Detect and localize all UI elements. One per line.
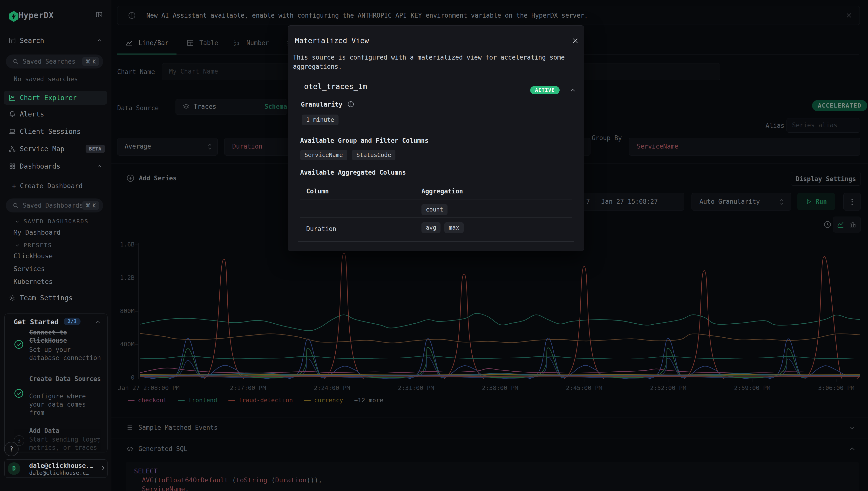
app-title: HyperDX (19, 10, 54, 20)
modal-bottom-divider (298, 241, 574, 242)
table-aggregation-header: Aggregation (421, 187, 463, 195)
saved-searches-placeholder: Saved Searches (23, 58, 76, 65)
task-desc: Set up your database connection (29, 346, 104, 362)
user-name: dale@clickhouse.… (29, 462, 93, 469)
sidebar-item-label: Chart Explorer (20, 94, 77, 102)
sidebar-item-label: Alerts (20, 110, 44, 118)
group-label: SAVED DASHBOARDS (24, 218, 89, 225)
info-icon (348, 101, 354, 108)
hyperdx-logo-icon (9, 11, 19, 22)
table-row: count (306, 204, 571, 222)
chevron-up-icon (95, 320, 100, 325)
laptop-icon (9, 128, 16, 135)
aggregation-chip: max (444, 222, 463, 233)
active-status-badge: ACTIVE (530, 86, 560, 94)
group-filter-chips: ServiceNameStatusCode (300, 150, 395, 161)
gear-icon (9, 294, 16, 301)
dashboard-item-services[interactable]: Services (13, 265, 45, 272)
chevron-up-icon (97, 164, 102, 169)
sidebar-section-search[interactable]: Search (0, 34, 111, 47)
chevron-down-icon (15, 219, 20, 224)
table-divider (300, 217, 572, 218)
sidebar-item-label: Client Sessions (20, 127, 81, 136)
aggregation-chip: count (421, 204, 448, 215)
sidebar-item-dashboards[interactable]: Dashboards (0, 160, 111, 173)
arrow-right-icon: → (96, 434, 100, 442)
aggregation-chip: avg (421, 222, 441, 233)
saved-dashboards-input[interactable]: Saved Dashboards ⌘ K (6, 199, 103, 212)
task-title: Connect to ClickHouse (29, 328, 104, 345)
materialized-view-modal: Materialized View This source is configu… (288, 25, 584, 251)
avatar: D (8, 462, 20, 475)
chevron-up-icon (97, 38, 102, 43)
chevron-up-icon[interactable] (570, 87, 576, 93)
group-label: PRESETS (24, 242, 52, 249)
search-icon (12, 58, 19, 65)
task-desc: Start sending logs, metrics, or traces (29, 435, 104, 452)
user-email: dale@clickhouse.c… (29, 470, 89, 476)
shortcut-badge: ⌘ K (82, 57, 99, 66)
modal-title: Materialized View (295, 36, 369, 45)
granularity-chip: 1 minute (302, 115, 338, 125)
hyperdx-app: HyperDX Search Saved Searches ⌘ K No sav… (0, 0, 868, 491)
table-column-header: Column (306, 187, 329, 195)
sidebar-item-label: Dashboards (20, 162, 61, 170)
sidebar-item-label: Service Map (20, 145, 64, 153)
question-mark-icon: ? (9, 445, 13, 453)
shortcut-badge: ⌘ K (82, 201, 99, 210)
search-icon (12, 202, 19, 209)
filter-column-chip: ServiceName (300, 150, 347, 161)
beta-badge: BETA (86, 145, 105, 153)
get-started-item-add-data[interactable]: 3 Add Data Start sending logs, metrics, … (5, 427, 107, 453)
sidebar-item-client-sessions[interactable]: Client Sessions (0, 125, 111, 138)
service-map-icon (9, 145, 16, 152)
saved-searches-input[interactable]: Saved Searches ⌘ K (6, 55, 103, 68)
search-section-icon (9, 37, 16, 44)
table-cell-aggregations: avgmax (421, 222, 463, 233)
sidebar: HyperDX Search Saved Searches ⌘ K No sav… (0, 0, 111, 491)
user-menu[interactable]: D dale@clickhouse.… dale@clickhouse.c… (4, 459, 108, 478)
granularity-label: Granularity (301, 101, 342, 108)
source-name: otel_traces_1m (304, 82, 367, 91)
dashboard-item-kubernetes[interactable]: Kubernetes (13, 278, 53, 285)
no-saved-searches-text: No saved searches (14, 76, 78, 83)
close-icon[interactable] (572, 37, 579, 45)
get-started-title: Get Started (14, 318, 58, 326)
modal-body-text: This source is configured with a materia… (293, 53, 577, 71)
task-desc: Configure where your data comes from (29, 392, 104, 417)
table-cell-aggregations: count (421, 204, 448, 215)
dashboard-item-clickhouse[interactable]: ClickHouse (13, 252, 53, 260)
sidebar-item-team-settings[interactable]: Team Settings (0, 291, 111, 305)
group-presets[interactable]: PRESETS (15, 242, 52, 249)
help-button[interactable]: ? (4, 442, 19, 456)
bell-icon (9, 111, 16, 118)
dashboards-icon (9, 163, 16, 170)
get-started-item-sources[interactable]: Create Data Sources Configure where your… (5, 375, 107, 418)
get-started-progress-badge: 2/3 (64, 318, 81, 325)
group-saved-dashboards[interactable]: SAVED DASHBOARDS (15, 218, 89, 225)
get-started-panel: Get Started 2/3 Connect to ClickHouse Se… (4, 314, 108, 453)
filter-column-chip: StatusCode (352, 150, 396, 161)
chevron-down-icon (15, 243, 20, 248)
sidebar-item-label: Team Settings (20, 294, 72, 302)
create-dashboard-button[interactable]: + Create Dashboard (12, 182, 83, 190)
chevron-right-icon (100, 465, 106, 471)
check-circle-icon (14, 388, 24, 398)
collapse-sidebar-icon[interactable] (95, 11, 103, 18)
aggregated-columns-label: Available Aggregated Columns (300, 169, 406, 176)
task-title: Add Data (29, 427, 104, 435)
chart-explorer-icon (9, 94, 16, 101)
table-row: Durationavgmax (306, 222, 571, 240)
sidebar-item-service-map[interactable]: Service Map BETA (0, 142, 111, 155)
saved-dashboards-placeholder: Saved Dashboards (23, 202, 83, 209)
task-title: Create Data Sources (29, 375, 104, 383)
sidebar-item-label: Search (20, 37, 44, 45)
group-filter-columns-label: Available Group and Filter Columns (300, 137, 428, 144)
sidebar-item-alerts[interactable]: Alerts (0, 107, 111, 121)
check-circle-icon (14, 339, 24, 349)
dashboard-item-my-dashboard[interactable]: My Dashboard (13, 229, 61, 236)
table-cell-column: Duration (306, 225, 336, 232)
get-started-item-connect[interactable]: Connect to ClickHouse Set up your databa… (5, 328, 107, 367)
